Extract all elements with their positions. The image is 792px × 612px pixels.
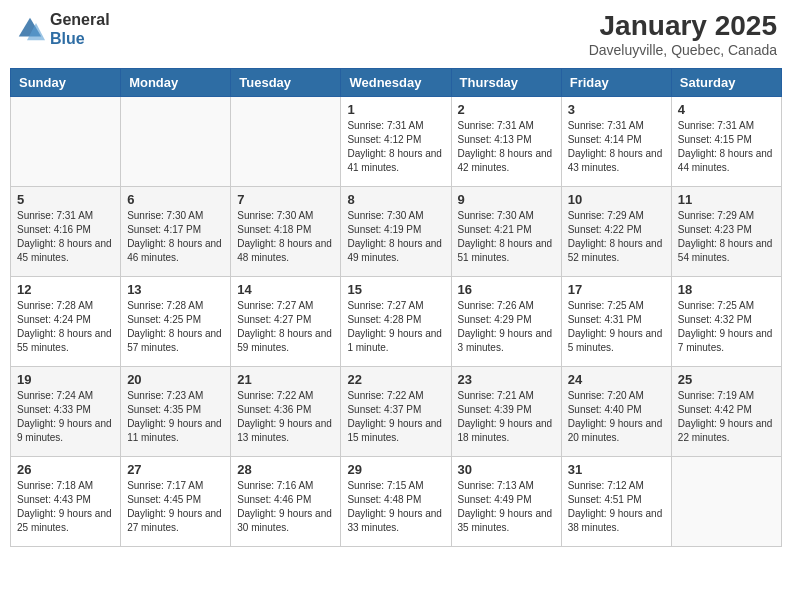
day-info: Sunrise: 7:24 AM Sunset: 4:33 PM Dayligh… bbox=[17, 389, 114, 445]
day-info: Sunrise: 7:12 AM Sunset: 4:51 PM Dayligh… bbox=[568, 479, 665, 535]
calendar-cell: 6Sunrise: 7:30 AM Sunset: 4:17 PM Daylig… bbox=[121, 187, 231, 277]
day-number: 9 bbox=[458, 192, 555, 207]
calendar-cell: 27Sunrise: 7:17 AM Sunset: 4:45 PM Dayli… bbox=[121, 457, 231, 547]
logo: General Blue bbox=[15, 10, 110, 48]
calendar-cell: 16Sunrise: 7:26 AM Sunset: 4:29 PM Dayli… bbox=[451, 277, 561, 367]
calendar-cell: 20Sunrise: 7:23 AM Sunset: 4:35 PM Dayli… bbox=[121, 367, 231, 457]
day-number: 8 bbox=[347, 192, 444, 207]
day-number: 12 bbox=[17, 282, 114, 297]
day-number: 7 bbox=[237, 192, 334, 207]
weekday-header-friday: Friday bbox=[561, 69, 671, 97]
day-info: Sunrise: 7:30 AM Sunset: 4:18 PM Dayligh… bbox=[237, 209, 334, 265]
calendar-cell: 31Sunrise: 7:12 AM Sunset: 4:51 PM Dayli… bbox=[561, 457, 671, 547]
calendar-cell: 1Sunrise: 7:31 AM Sunset: 4:12 PM Daylig… bbox=[341, 97, 451, 187]
day-info: Sunrise: 7:31 AM Sunset: 4:14 PM Dayligh… bbox=[568, 119, 665, 175]
day-info: Sunrise: 7:31 AM Sunset: 4:16 PM Dayligh… bbox=[17, 209, 114, 265]
calendar-cell: 26Sunrise: 7:18 AM Sunset: 4:43 PM Dayli… bbox=[11, 457, 121, 547]
day-number: 29 bbox=[347, 462, 444, 477]
calendar-cell: 10Sunrise: 7:29 AM Sunset: 4:22 PM Dayli… bbox=[561, 187, 671, 277]
day-number: 31 bbox=[568, 462, 665, 477]
day-number: 19 bbox=[17, 372, 114, 387]
calendar-cell: 24Sunrise: 7:20 AM Sunset: 4:40 PM Dayli… bbox=[561, 367, 671, 457]
calendar-week-row: 19Sunrise: 7:24 AM Sunset: 4:33 PM Dayli… bbox=[11, 367, 782, 457]
calendar-cell: 11Sunrise: 7:29 AM Sunset: 4:23 PM Dayli… bbox=[671, 187, 781, 277]
day-number: 6 bbox=[127, 192, 224, 207]
day-info: Sunrise: 7:30 AM Sunset: 4:17 PM Dayligh… bbox=[127, 209, 224, 265]
day-number: 21 bbox=[237, 372, 334, 387]
day-number: 18 bbox=[678, 282, 775, 297]
day-info: Sunrise: 7:30 AM Sunset: 4:19 PM Dayligh… bbox=[347, 209, 444, 265]
weekday-header-thursday: Thursday bbox=[451, 69, 561, 97]
logo-icon bbox=[15, 14, 45, 44]
calendar-cell: 2Sunrise: 7:31 AM Sunset: 4:13 PM Daylig… bbox=[451, 97, 561, 187]
day-info: Sunrise: 7:27 AM Sunset: 4:28 PM Dayligh… bbox=[347, 299, 444, 355]
day-info: Sunrise: 7:31 AM Sunset: 4:13 PM Dayligh… bbox=[458, 119, 555, 175]
calendar-cell bbox=[231, 97, 341, 187]
day-number: 16 bbox=[458, 282, 555, 297]
calendar-week-row: 1Sunrise: 7:31 AM Sunset: 4:12 PM Daylig… bbox=[11, 97, 782, 187]
day-number: 15 bbox=[347, 282, 444, 297]
day-number: 11 bbox=[678, 192, 775, 207]
calendar-cell: 3Sunrise: 7:31 AM Sunset: 4:14 PM Daylig… bbox=[561, 97, 671, 187]
weekday-header-saturday: Saturday bbox=[671, 69, 781, 97]
day-info: Sunrise: 7:18 AM Sunset: 4:43 PM Dayligh… bbox=[17, 479, 114, 535]
day-info: Sunrise: 7:26 AM Sunset: 4:29 PM Dayligh… bbox=[458, 299, 555, 355]
day-info: Sunrise: 7:31 AM Sunset: 4:12 PM Dayligh… bbox=[347, 119, 444, 175]
day-info: Sunrise: 7:28 AM Sunset: 4:25 PM Dayligh… bbox=[127, 299, 224, 355]
calendar-cell: 4Sunrise: 7:31 AM Sunset: 4:15 PM Daylig… bbox=[671, 97, 781, 187]
day-info: Sunrise: 7:29 AM Sunset: 4:22 PM Dayligh… bbox=[568, 209, 665, 265]
day-info: Sunrise: 7:15 AM Sunset: 4:48 PM Dayligh… bbox=[347, 479, 444, 535]
calendar-cell: 14Sunrise: 7:27 AM Sunset: 4:27 PM Dayli… bbox=[231, 277, 341, 367]
calendar-cell: 28Sunrise: 7:16 AM Sunset: 4:46 PM Dayli… bbox=[231, 457, 341, 547]
weekday-header-monday: Monday bbox=[121, 69, 231, 97]
calendar-week-row: 12Sunrise: 7:28 AM Sunset: 4:24 PM Dayli… bbox=[11, 277, 782, 367]
day-info: Sunrise: 7:25 AM Sunset: 4:31 PM Dayligh… bbox=[568, 299, 665, 355]
title-section: January 2025 Daveluyville, Quebec, Canad… bbox=[589, 10, 777, 58]
calendar-cell: 29Sunrise: 7:15 AM Sunset: 4:48 PM Dayli… bbox=[341, 457, 451, 547]
day-number: 24 bbox=[568, 372, 665, 387]
calendar-cell bbox=[11, 97, 121, 187]
day-number: 2 bbox=[458, 102, 555, 117]
day-info: Sunrise: 7:20 AM Sunset: 4:40 PM Dayligh… bbox=[568, 389, 665, 445]
day-number: 1 bbox=[347, 102, 444, 117]
day-number: 22 bbox=[347, 372, 444, 387]
day-info: Sunrise: 7:29 AM Sunset: 4:23 PM Dayligh… bbox=[678, 209, 775, 265]
day-info: Sunrise: 7:13 AM Sunset: 4:49 PM Dayligh… bbox=[458, 479, 555, 535]
calendar-cell: 8Sunrise: 7:30 AM Sunset: 4:19 PM Daylig… bbox=[341, 187, 451, 277]
logo-text: General Blue bbox=[50, 10, 110, 48]
day-number: 25 bbox=[678, 372, 775, 387]
calendar-cell bbox=[121, 97, 231, 187]
day-number: 10 bbox=[568, 192, 665, 207]
day-number: 30 bbox=[458, 462, 555, 477]
day-info: Sunrise: 7:31 AM Sunset: 4:15 PM Dayligh… bbox=[678, 119, 775, 175]
day-info: Sunrise: 7:28 AM Sunset: 4:24 PM Dayligh… bbox=[17, 299, 114, 355]
day-number: 14 bbox=[237, 282, 334, 297]
calendar-cell: 17Sunrise: 7:25 AM Sunset: 4:31 PM Dayli… bbox=[561, 277, 671, 367]
calendar-cell: 21Sunrise: 7:22 AM Sunset: 4:36 PM Dayli… bbox=[231, 367, 341, 457]
calendar-cell: 9Sunrise: 7:30 AM Sunset: 4:21 PM Daylig… bbox=[451, 187, 561, 277]
location: Daveluyville, Quebec, Canada bbox=[589, 42, 777, 58]
logo-blue-text: Blue bbox=[50, 29, 110, 48]
day-info: Sunrise: 7:30 AM Sunset: 4:21 PM Dayligh… bbox=[458, 209, 555, 265]
day-number: 17 bbox=[568, 282, 665, 297]
day-info: Sunrise: 7:25 AM Sunset: 4:32 PM Dayligh… bbox=[678, 299, 775, 355]
day-number: 5 bbox=[17, 192, 114, 207]
day-info: Sunrise: 7:19 AM Sunset: 4:42 PM Dayligh… bbox=[678, 389, 775, 445]
day-number: 4 bbox=[678, 102, 775, 117]
calendar-cell: 13Sunrise: 7:28 AM Sunset: 4:25 PM Dayli… bbox=[121, 277, 231, 367]
calendar-cell bbox=[671, 457, 781, 547]
calendar-cell: 15Sunrise: 7:27 AM Sunset: 4:28 PM Dayli… bbox=[341, 277, 451, 367]
day-number: 28 bbox=[237, 462, 334, 477]
day-number: 3 bbox=[568, 102, 665, 117]
day-number: 20 bbox=[127, 372, 224, 387]
day-info: Sunrise: 7:23 AM Sunset: 4:35 PM Dayligh… bbox=[127, 389, 224, 445]
calendar-cell: 18Sunrise: 7:25 AM Sunset: 4:32 PM Dayli… bbox=[671, 277, 781, 367]
calendar-cell: 19Sunrise: 7:24 AM Sunset: 4:33 PM Dayli… bbox=[11, 367, 121, 457]
calendar-cell: 5Sunrise: 7:31 AM Sunset: 4:16 PM Daylig… bbox=[11, 187, 121, 277]
weekday-header-row: SundayMondayTuesdayWednesdayThursdayFrid… bbox=[11, 69, 782, 97]
calendar-week-row: 5Sunrise: 7:31 AM Sunset: 4:16 PM Daylig… bbox=[11, 187, 782, 277]
calendar-cell: 30Sunrise: 7:13 AM Sunset: 4:49 PM Dayli… bbox=[451, 457, 561, 547]
day-info: Sunrise: 7:17 AM Sunset: 4:45 PM Dayligh… bbox=[127, 479, 224, 535]
calendar-cell: 25Sunrise: 7:19 AM Sunset: 4:42 PM Dayli… bbox=[671, 367, 781, 457]
day-info: Sunrise: 7:27 AM Sunset: 4:27 PM Dayligh… bbox=[237, 299, 334, 355]
